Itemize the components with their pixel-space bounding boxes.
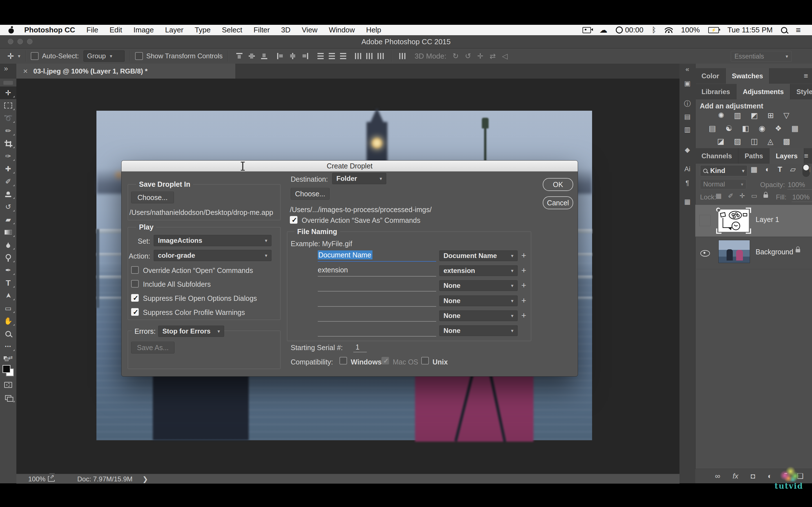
tool-eraser[interactable]: ▰ [0, 213, 16, 226]
naming-dropdown-4[interactable]: None ▾ [439, 295, 518, 306]
lock-paint-icon[interactable]: ✐ [728, 192, 733, 200]
cancel-button[interactable]: Cancel [543, 196, 573, 209]
collapse-panels-icon[interactable]: « [679, 65, 695, 73]
menu-item-3d[interactable]: 3D [281, 25, 290, 34]
align-bottom-edges-icon[interactable] [260, 52, 268, 60]
compat-unix-checkbox[interactable] [421, 357, 429, 364]
3d-slide-icon[interactable]: ⇄ [490, 52, 496, 61]
tab-adjustments[interactable]: Adjustments [737, 84, 790, 100]
layer-style-fx-icon[interactable]: fx [733, 472, 739, 481]
distribute-top-edges-icon[interactable] [317, 53, 324, 59]
posterize-icon[interactable]: ▨ [734, 137, 741, 146]
dialog-titlebar[interactable]: Create Droplet [121, 161, 578, 172]
panel-icon-histogram[interactable]: ▤ [679, 113, 695, 121]
3d-orbit-icon[interactable]: ↻ [453, 52, 459, 61]
naming-dropdown-2[interactable]: extension ▾ [439, 265, 518, 276]
menu-item-edit[interactable]: Edit [109, 25, 122, 34]
filter-shape-layers-icon[interactable]: ▱ [790, 165, 796, 174]
override-open-checkbox[interactable] [131, 266, 139, 274]
tool-clone-stamp[interactable] [0, 188, 16, 201]
naming-field-3[interactable] [318, 281, 436, 291]
lock-artboard-icon[interactable]: ▭ [751, 192, 757, 200]
tool-blur[interactable] [0, 238, 16, 251]
tool-eyedropper[interactable]: ✑ [0, 150, 16, 163]
move-tool-preset[interactable]: ✛ ▾ [7, 52, 20, 61]
swap-colors-control[interactable]: ⇄ [0, 353, 16, 363]
align-vertical-centers-icon[interactable] [248, 52, 255, 60]
suppress-color-profile-checkbox[interactable] [131, 308, 139, 316]
vibrance-icon[interactable]: ▽ [783, 111, 790, 120]
workspace-switcher[interactable]: Essentials ▾ [731, 51, 792, 62]
black-white-icon[interactable]: ◧ [742, 124, 749, 133]
default-colors-icon[interactable] [4, 356, 7, 359]
show-transform-checkbox[interactable] [135, 52, 143, 60]
tool-history-brush[interactable]: ↺ [0, 201, 16, 213]
distribute-right-edges-icon[interactable] [377, 53, 384, 59]
add-naming-token-icon[interactable]: + [521, 281, 526, 290]
add-naming-token-icon[interactable]: + [521, 266, 526, 275]
fill-value[interactable]: 100% [792, 193, 812, 202]
compat-windows-checkbox[interactable] [340, 357, 347, 364]
levels-icon[interactable]: ▥ [734, 111, 741, 120]
background-name[interactable]: Background [756, 248, 793, 256]
naming-field-4[interactable] [318, 296, 436, 307]
panel-icon-info[interactable]: ⓘ [679, 99, 695, 108]
lock-all-icon[interactable] [763, 194, 768, 198]
tab-color[interactable]: Color [695, 68, 726, 83]
lock-transparent-icon[interactable]: ▦ [716, 192, 722, 200]
toolbar-more-options[interactable]: ••• [0, 340, 16, 353]
menu-item-layer[interactable]: Layer [165, 25, 184, 34]
choose-destination-button[interactable]: Choose... [291, 188, 329, 200]
tool-rectangular-marquee[interactable] [0, 99, 16, 112]
doc-size-status[interactable]: Doc: 7.97M/15.9M [77, 475, 133, 483]
3d-camera-icon[interactable]: ◁ [502, 52, 507, 61]
visibility-eye-icon[interactable] [700, 250, 710, 257]
menubar-clock[interactable]: Tue 11:55 PM [727, 25, 772, 34]
naming-field-1[interactable]: Document Name [318, 251, 436, 262]
bluetooth-icon[interactable]: ᛒ [652, 25, 656, 34]
gradient-map-icon[interactable]: ▩ [783, 137, 790, 146]
threshold-icon[interactable]: ◫ [751, 137, 758, 146]
filter-type-layers-icon[interactable]: T [777, 165, 782, 174]
hue-saturation-icon[interactable]: ▤ [709, 124, 716, 133]
naming-dropdown-1[interactable]: Document Name ▾ [439, 250, 518, 261]
share-icon[interactable] [48, 476, 55, 482]
layer-filter-toggle[interactable] [802, 164, 810, 177]
naming-field-6[interactable] [318, 326, 436, 337]
curves-icon[interactable]: ◩ [751, 111, 758, 120]
naming-dropdown-5[interactable]: None ▾ [439, 311, 518, 321]
tab-libraries[interactable]: Libraries [695, 84, 737, 100]
serial-input[interactable]: 1 [353, 343, 367, 352]
add-naming-token-icon[interactable]: + [521, 311, 526, 320]
choose-droplet-button[interactable]: Choose... [131, 191, 174, 203]
panel-icon-properties[interactable]: ▥ [679, 126, 695, 133]
tab-swatches[interactable]: Swatches [726, 68, 770, 83]
filter-adjustment-layers-icon[interactable]: ◐ [765, 165, 770, 174]
spotlight-search-icon[interactable] [781, 27, 787, 33]
selective-color-icon[interactable]: ◬ [767, 137, 773, 146]
tool-brush[interactable]: ✐ [0, 175, 16, 188]
wifi-icon[interactable] [665, 27, 673, 33]
auto-select-checkbox[interactable] [31, 52, 39, 60]
include-subfolders-checkbox[interactable] [131, 280, 139, 288]
menu-item-type[interactable]: Type [195, 25, 211, 34]
3d-roll-icon[interactable]: ↺ [465, 52, 471, 61]
distribute-bottom-edges-icon[interactable] [340, 53, 346, 59]
tab-styles[interactable]: Styles [790, 84, 812, 100]
distribute-horizontal-centers-icon[interactable] [366, 53, 372, 59]
align-horizontal-centers-icon[interactable] [289, 52, 296, 60]
compat-macos-checkbox[interactable] [382, 357, 389, 364]
toolbar-expand-icon[interactable]: » [4, 64, 8, 73]
photo-filter-icon[interactable]: ◉ [759, 124, 765, 133]
tool-move[interactable]: ✛ [0, 87, 16, 99]
distribute-left-edges-icon[interactable] [355, 53, 361, 59]
foreground-color-swatch[interactable] [3, 365, 10, 373]
quick-mask-button[interactable] [0, 379, 16, 391]
errors-dropdown[interactable]: Stop for Errors ▾ [158, 326, 224, 337]
apple-menu-icon[interactable] [8, 27, 14, 34]
3d-pan-icon[interactable]: ✛ [477, 52, 484, 61]
screen-record-icon[interactable] [582, 27, 591, 33]
tool-spot-healing[interactable]: ✚ [0, 163, 16, 175]
naming-dropdown-6[interactable]: None ▾ [439, 325, 518, 336]
panel-icon-illustrator[interactable]: Ai [679, 165, 695, 173]
